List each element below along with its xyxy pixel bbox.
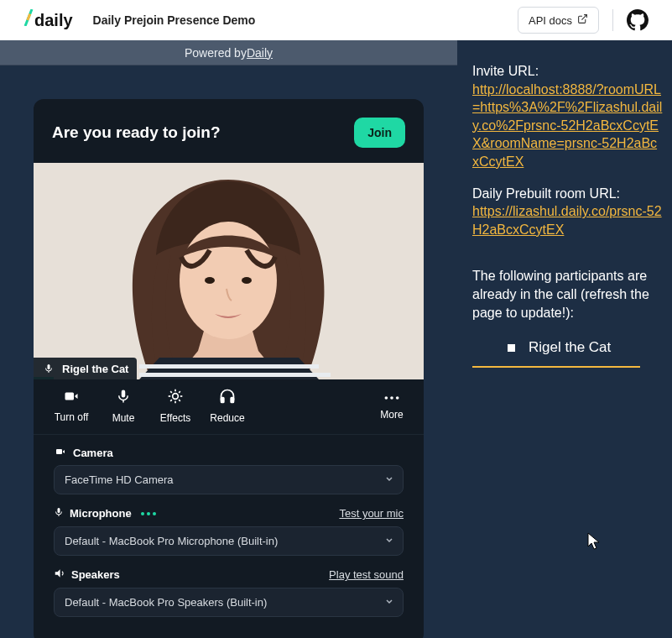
svg-line-19 [170, 400, 172, 401]
logo-slash [23, 9, 34, 31]
controls-row: Turn off Mute Effects Reduce [34, 379, 424, 435]
camera-preview-image [34, 163, 424, 379]
participant-name: Rigel the Cat [62, 363, 128, 375]
svg-point-6 [242, 277, 252, 284]
camera-select-value: FaceTime HD Camera [65, 473, 174, 486]
test-mic-link[interactable]: Test your mic [339, 507, 404, 520]
chevron-down-icon [384, 535, 394, 547]
video-preview: Rigel the Cat [34, 163, 424, 379]
camera-small-icon [54, 447, 67, 459]
mic-on-icon [40, 362, 57, 375]
api-docs-label: API docs [529, 14, 572, 27]
logo-text: daily [34, 11, 73, 30]
speakers-select-value: Default - MacBook Pro Speakers (Built-in… [65, 596, 267, 609]
svg-rect-10 [65, 393, 75, 400]
microphone-select-value: Default - MacBook Pro Microphone (Built-… [65, 535, 278, 547]
microphone-icon [116, 388, 131, 407]
powered-by-bar: Powered by Daily [0, 40, 457, 65]
nav-divider [612, 9, 613, 31]
headphones-icon [219, 388, 236, 407]
prebuilt-url-label: Daily Prebuilt room URL: [472, 186, 620, 201]
powered-link[interactable]: Daily [247, 46, 273, 60]
microphone-label: Microphone [70, 507, 132, 520]
microphone-device-group: Microphone Test your mic Default - MacBo… [54, 506, 404, 556]
powered-prefix: Powered by [185, 46, 247, 60]
mic-activity-dots [141, 512, 156, 515]
camera-icon [62, 389, 81, 406]
invite-url-link[interactable]: http://localhost:8888/?roomURL=https%3A%… [472, 82, 662, 169]
microphone-select[interactable]: Default - MacBook Pro Microphone (Built-… [54, 526, 404, 556]
participants-underline [472, 366, 640, 368]
github-icon [627, 9, 649, 31]
speaker-small-icon [54, 567, 65, 582]
svg-line-20 [179, 391, 180, 393]
info-panel: Invite URL: http://localhost:8888/?roomU… [457, 40, 672, 638]
api-docs-button[interactable]: API docs [518, 7, 599, 34]
svg-rect-8 [139, 373, 331, 377]
chevron-down-icon [384, 596, 394, 609]
prejoin-card: Are you ready to join? Join [34, 99, 424, 638]
participant-name-chip: Rigel the Cat [34, 358, 137, 379]
effects-button[interactable]: Effects [149, 388, 201, 424]
svg-rect-7 [139, 364, 319, 369]
camera-select[interactable]: FaceTime HD Camera [54, 465, 404, 494]
logo[interactable]: daily [23, 9, 73, 31]
participants-list: Rigel the Cat [472, 338, 664, 358]
mic-toggle-label: Mute [112, 412, 135, 424]
svg-rect-26 [56, 449, 62, 454]
speakers-label: Speakers [71, 568, 120, 581]
effects-icon [167, 388, 184, 407]
svg-line-17 [170, 391, 172, 393]
camera-device-group: Camera FaceTime HD Camera [54, 447, 404, 494]
svg-line-2 [581, 15, 586, 20]
more-icon [383, 392, 400, 404]
invite-url-label: Invite URL: [472, 64, 539, 78]
more-label: More [380, 409, 403, 421]
camera-toggle-label: Turn off [55, 411, 89, 423]
audio-reduce-label: Reduce [210, 412, 244, 424]
mic-toggle-button[interactable]: Mute [97, 388, 149, 424]
more-button[interactable]: More [372, 392, 412, 421]
top-nav: daily Daily Prejoin Presence Demo API do… [0, 0, 672, 40]
audio-reduce-button[interactable]: Reduce [201, 388, 253, 424]
github-link[interactable] [627, 9, 649, 31]
svg-point-25 [396, 396, 399, 400]
external-link-icon [577, 13, 588, 27]
svg-line-18 [179, 400, 180, 401]
svg-point-24 [390, 396, 393, 400]
camera-label: Camera [73, 447, 113, 459]
camera-toggle-button[interactable]: Turn off [45, 389, 97, 423]
svg-rect-21 [221, 398, 224, 403]
microphone-small-icon [54, 506, 64, 520]
participants-label: The following participants are already i… [472, 267, 664, 322]
prebuilt-url-link[interactable]: https://lizashul.daily.co/prsnc-52H2aBcx… [472, 204, 662, 237]
participant-list-item: Rigel the Cat [508, 338, 664, 358]
svg-point-23 [385, 396, 388, 400]
prejoin-heading: Are you ready to join? [52, 123, 221, 142]
participant-list-name: Rigel the Cat [529, 338, 611, 358]
svg-point-5 [205, 277, 215, 284]
svg-rect-22 [231, 398, 233, 403]
svg-point-12 [173, 394, 179, 400]
svg-marker-28 [55, 569, 60, 577]
speakers-select[interactable]: Default - MacBook Pro Speakers (Built-in… [54, 588, 404, 617]
page-title: Daily Prejoin Presence Demo [93, 13, 256, 27]
join-button[interactable]: Join [354, 118, 405, 148]
effects-label: Effects [160, 412, 190, 424]
play-test-sound-link[interactable]: Play test sound [329, 568, 404, 581]
chevron-down-icon [384, 473, 394, 486]
speakers-device-group: Speakers Play test sound Default - MacBo… [54, 567, 404, 617]
